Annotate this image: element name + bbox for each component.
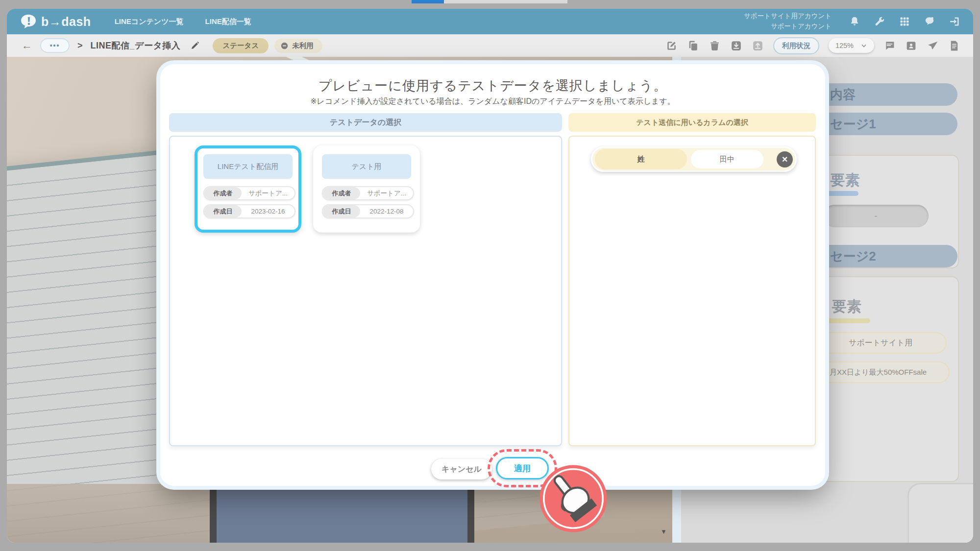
bg-pill-sale: 月XX日より最大50%OFFsale xyxy=(807,361,950,383)
browser-tab-accent xyxy=(412,0,444,3)
test-data-card-title: LINEテスト配信用 xyxy=(203,154,293,179)
creator-label: 作成者 xyxy=(323,187,360,199)
created-date-row: 作成日 2022-12-08 xyxy=(322,204,414,218)
cancel-button[interactable]: キャンセル xyxy=(431,459,492,479)
back-arrow-icon[interactable]: ← xyxy=(22,40,32,51)
mascot-icon[interactable] xyxy=(924,16,935,27)
remove-column-icon[interactable]: × xyxy=(777,151,793,168)
column-name-pill[interactable]: 姓 xyxy=(595,149,687,169)
zoom-value: 125% xyxy=(835,42,854,49)
app-header: b→dash LINEコンテンツ一覧 LINE配信一覧 サポートサイト用アカウン… xyxy=(7,9,973,34)
brand-logo[interactable]: b→dash xyxy=(20,14,91,29)
breadcrumb-separator: > xyxy=(77,41,83,51)
creator-value: サポートア... xyxy=(360,189,413,198)
test-data-card-test[interactable]: テスト用 作成者 サポートア... 作成日 2022-12-08 xyxy=(313,145,420,233)
status-label-badge: ステータス xyxy=(213,38,269,53)
nav-line-contents[interactable]: LINEコンテンツ一覧 xyxy=(115,17,184,26)
creator-row: 作成者 サポートア... xyxy=(203,186,295,200)
copy-icon[interactable] xyxy=(687,40,699,52)
created-date-label: 作成日 xyxy=(323,205,360,217)
send-plane-icon[interactable] xyxy=(927,40,939,52)
modal-title: プレビューに使用するテストデータを選択しましょう。 xyxy=(160,77,825,95)
account-user: サポートアカウント xyxy=(744,22,832,32)
frame-bar-left xyxy=(210,487,217,543)
grid-menu-icon[interactable] xyxy=(899,16,910,27)
wrench-icon[interactable] xyxy=(874,16,885,27)
scroll-down-arrow[interactable]: ▼ xyxy=(661,528,667,535)
browser-tab-strip xyxy=(444,0,567,3)
column-panel: 姓 田中 × xyxy=(568,136,816,446)
frame-bar-right xyxy=(467,487,474,543)
account-name: サポートサイト用アカウント xyxy=(744,11,832,22)
account-info[interactable]: サポートサイト用アカウント サポートアカウント xyxy=(744,11,832,32)
speech-bubble-logo-icon xyxy=(20,14,37,29)
created-date-row: 作成日 2023-02-16 xyxy=(203,204,295,218)
chevron-down-icon xyxy=(860,42,867,49)
logout-icon[interactable] xyxy=(949,16,960,27)
nav-line-delivery[interactable]: LINE配信一覧 xyxy=(205,17,251,26)
bg-element-title: 要素 xyxy=(832,297,861,317)
minus-circle-icon xyxy=(280,42,289,50)
slate-preview-block xyxy=(217,487,467,543)
bg-bottom-card xyxy=(907,483,973,543)
zoom-control[interactable]: 125% xyxy=(829,38,874,53)
brand-name: b→dash xyxy=(41,15,91,29)
created-date-value: 2023-02-16 xyxy=(242,208,294,215)
test-data-card-title: テスト用 xyxy=(322,154,411,179)
bg-yellow-underline xyxy=(825,318,870,323)
bell-icon[interactable] xyxy=(849,16,860,27)
status-value-badge: 未利用 xyxy=(274,39,322,53)
created-date-value: 2022-12-08 xyxy=(360,208,413,215)
test-data-card-line-test[interactable]: LINEテスト配信用 作成者 サポートア... 作成日 2023-02-16 xyxy=(195,145,301,233)
contact-card-icon[interactable] xyxy=(905,40,917,52)
usage-status-button[interactable]: 利用状況 xyxy=(773,37,819,54)
trash-icon[interactable] xyxy=(709,40,721,52)
app-window: b→dash LINEコンテンツ一覧 LINE配信一覧 サポートサイト用アカウン… xyxy=(7,9,973,543)
breadcrumb-more-button[interactable]: ••• xyxy=(40,38,70,53)
creator-row: 作成者 サポートア... xyxy=(322,186,414,200)
modal-subtitle: ※レコメンド挿入が設定されている場合は、ランダムな顧客IDのアイテムデータを用い… xyxy=(160,96,825,107)
created-date-label: 作成日 xyxy=(204,205,242,217)
bg-empty-pill: - xyxy=(823,205,929,227)
rename-pencil-icon[interactable] xyxy=(190,41,200,50)
column-panel-header: テスト送信に用いるカラムの選択 xyxy=(568,113,816,132)
test-data-modal: プレビューに使用するテストデータを選択しましょう。 ※レコメンド挿入が設定されて… xyxy=(160,64,825,486)
column-row: 姓 田中 × xyxy=(591,146,797,172)
hand-cursor-indicator xyxy=(539,464,608,533)
creator-value: サポートア... xyxy=(242,189,294,198)
download-icon[interactable] xyxy=(730,40,742,52)
creator-label: 作成者 xyxy=(204,187,242,199)
breadcrumb: LINE配信_データ挿入 xyxy=(91,40,181,51)
document-icon[interactable] xyxy=(948,40,960,52)
toolbar: ← ••• > LINE配信_データ挿入 ステータス 未利用 xyxy=(7,34,973,57)
test-data-panel: LINEテスト配信用 作成者 サポートア... 作成日 2023-02-16 テ… xyxy=(169,136,562,446)
bg-pill-support-site: サポートサイト用 xyxy=(814,332,947,354)
comment-icon[interactable] xyxy=(883,40,896,52)
upload-icon xyxy=(752,40,764,52)
column-value-pill[interactable]: 田中 xyxy=(691,150,763,168)
test-data-panel-header: テストデータの選択 xyxy=(169,113,562,132)
header-nav: LINEコンテンツ一覧 LINE配信一覧 xyxy=(115,17,251,26)
edit-icon[interactable] xyxy=(665,40,678,52)
